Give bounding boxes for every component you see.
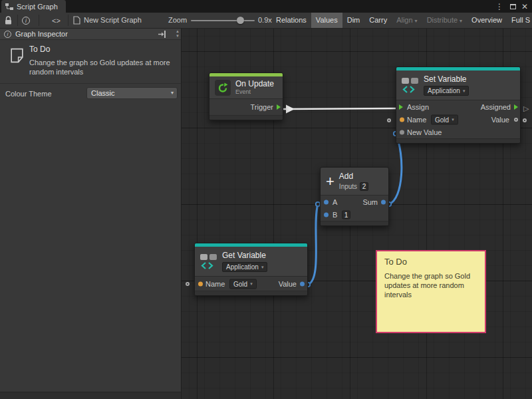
graph-inspector-panel: i Graph Inspector ▲ ▼ To Do Change the g… xyxy=(0,29,182,399)
sticky-note[interactable]: To Do Change the graph so Gold updates a… xyxy=(376,250,486,333)
node-title: On Update xyxy=(235,79,274,88)
zoom-value: 0.9x xyxy=(258,13,272,28)
dock-panel-icon[interactable] xyxy=(158,31,166,38)
relations-button[interactable]: Relations xyxy=(271,13,311,28)
scroll-down-icon: ▼ xyxy=(176,34,180,39)
wire-sum-to-newvalue[interactable] xyxy=(389,134,402,204)
b-port-label: B xyxy=(332,211,337,219)
graph-title-label[interactable]: New Script Graph xyxy=(84,13,142,28)
inputs-count-field[interactable]: 2 xyxy=(360,182,368,191)
b-input-port[interactable] xyxy=(324,212,329,217)
inputs-label: Inputs xyxy=(339,183,357,190)
toolbar-separator xyxy=(17,15,18,26)
port-row: New Value xyxy=(396,126,520,138)
sum-port-label: Sum xyxy=(362,198,378,206)
colour-theme-label: Colour Theme xyxy=(5,90,52,98)
dim-button[interactable]: Dim xyxy=(342,13,365,28)
inspector-note-body: Change the graph so Gold updates at more… xyxy=(29,58,170,76)
name-port-label: Name xyxy=(205,280,225,288)
distribute-button: Distribute▾ xyxy=(422,13,467,28)
info-icon: i xyxy=(4,31,11,38)
zoom-slider-handle[interactable] xyxy=(237,17,244,24)
node-get-variable[interactable]: Get Variable Application ▾ Name Gold ▾ V… xyxy=(194,243,308,296)
toolbar-buttons: Relations Values Dim Carry Align▾ Distri… xyxy=(271,13,532,28)
value-port-label: Value xyxy=(491,116,509,124)
graph-asset-icon xyxy=(73,13,80,28)
dropdown-arrow-icon: ▾ xyxy=(463,88,466,94)
carry-button[interactable]: Carry xyxy=(364,13,392,28)
lock-icon[interactable] xyxy=(4,13,13,28)
get-variable-name-port-marker[interactable] xyxy=(186,282,190,286)
name-input-port[interactable] xyxy=(198,281,203,286)
new-value-port-label: New Value xyxy=(407,128,442,136)
scroll-up-icon: ▲ xyxy=(176,29,180,34)
colour-theme-dropdown[interactable]: Classic ▾ xyxy=(86,87,178,99)
sum-output-port[interactable] xyxy=(381,200,386,204)
graph-canvas[interactable]: On Update Event Trigger xyxy=(182,29,532,399)
fullscreen-button[interactable]: Full S xyxy=(507,13,532,28)
unity-script-graph-window: Script Graph ⋮ ✕ i <> New Script Graph Z… xyxy=(0,0,532,399)
port-row: Assign Assigned xyxy=(396,100,520,113)
dropdown-arrow-icon: ▾ xyxy=(452,117,454,122)
new-value-input-port[interactable] xyxy=(400,130,404,134)
wire-trigger-to-assign[interactable] xyxy=(283,108,396,109)
b-value-field[interactable]: 1 xyxy=(342,210,350,219)
a-port-label: A xyxy=(332,198,337,206)
overview-button[interactable]: Overview xyxy=(467,13,507,28)
name-input-port[interactable] xyxy=(400,117,404,122)
values-button[interactable]: Values xyxy=(311,13,342,28)
assigned-output-port[interactable] xyxy=(514,104,518,110)
sticky-note-title: To Do xyxy=(384,257,477,267)
dropdown-arrow-icon: ▾ xyxy=(415,18,418,24)
assigned-port-label: Assigned xyxy=(481,103,511,111)
node-subtitle: Event xyxy=(235,88,274,96)
value-port-label: Value xyxy=(279,280,297,288)
sticky-note-body: Change the graph so Gold updates at more… xyxy=(384,271,479,299)
node-set-variable[interactable]: Set Variable Application ▾ Assign Assign… xyxy=(396,66,521,144)
window-tab-bar: Script Graph ⋮ ✕ xyxy=(0,0,532,13)
set-variable-value-port-marker[interactable] xyxy=(523,118,527,122)
close-icon[interactable]: ✕ xyxy=(519,0,531,13)
dropdown-arrow-icon: ▾ xyxy=(171,88,174,98)
assigned-port-marker[interactable]: ▷ xyxy=(523,105,529,112)
node-on-update[interactable]: On Update Event Trigger xyxy=(209,72,283,120)
wire-value-to-a[interactable] xyxy=(308,204,318,285)
toolbar-separator xyxy=(39,15,39,26)
variable-scope-dropdown[interactable]: Application ▾ xyxy=(222,262,267,272)
port-row: Name Gold ▾ Value xyxy=(396,113,520,126)
node-title: Get Variable xyxy=(222,251,267,260)
panel-scroll-arrows[interactable]: ▲ ▼ xyxy=(176,29,180,39)
tab-script-graph[interactable]: Script Graph xyxy=(1,0,66,13)
value-output-port[interactable] xyxy=(514,118,518,122)
variable-name-dropdown[interactable]: Gold ▾ xyxy=(229,279,257,289)
code-icon[interactable]: <> xyxy=(52,13,61,28)
a-input-port[interactable] xyxy=(324,200,329,204)
port-row: Name Gold ▾ Value xyxy=(195,277,307,291)
graph-inspector-title: Graph Inspector xyxy=(15,30,68,38)
value-output-port[interactable] xyxy=(300,281,305,286)
variables-icon xyxy=(402,77,419,93)
dropdown-arrow-icon: ▾ xyxy=(460,18,462,24)
node-add[interactable]: + Add Inputs 2 A Sum B xyxy=(320,167,389,226)
on-update-icon xyxy=(215,80,231,96)
name-port-label: Name xyxy=(407,116,426,124)
script-graph-tab-icon xyxy=(5,3,13,11)
panel-bottom-strip xyxy=(0,392,181,399)
kebab-menu-icon[interactable]: ⋮ xyxy=(493,0,505,13)
assign-input-port[interactable] xyxy=(399,104,403,110)
trigger-output-port[interactable] xyxy=(277,104,281,110)
add-icon: + xyxy=(326,174,334,189)
maximize-icon[interactable] xyxy=(507,0,519,13)
node-title: Add xyxy=(339,172,368,181)
set-variable-name-port-marker[interactable] xyxy=(387,118,391,122)
variable-scope-dropdown[interactable]: Application ▾ xyxy=(424,86,469,96)
variable-name-dropdown[interactable]: Gold ▾ xyxy=(431,114,458,124)
wire-arrowhead xyxy=(286,105,295,114)
info-icon[interactable]: i xyxy=(22,13,30,28)
align-button: Align▾ xyxy=(392,13,422,28)
zoom-label: Zoom xyxy=(168,13,187,28)
tab-title: Script Graph xyxy=(17,3,58,11)
zoom-slider[interactable] xyxy=(191,20,255,21)
dropdown-arrow-icon: ▾ xyxy=(250,281,253,287)
port-row: B 1 xyxy=(321,208,388,221)
